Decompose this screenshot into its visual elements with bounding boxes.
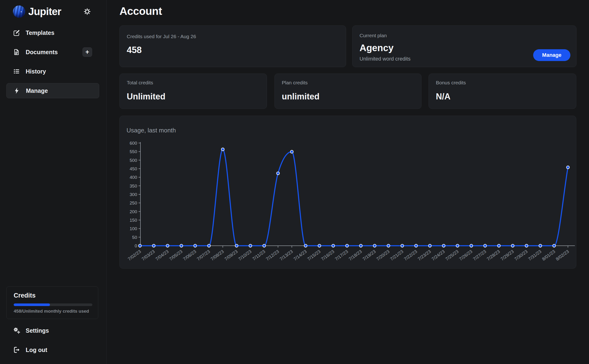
- edit-square-icon: [13, 29, 20, 36]
- sidebar-item-manage[interactable]: Manage: [6, 83, 99, 98]
- app-title: Jupiter: [28, 5, 61, 18]
- svg-text:50: 50: [132, 235, 137, 240]
- svg-text:7/26/23: 7/26/23: [458, 249, 473, 261]
- svg-text:7/17/23: 7/17/23: [334, 249, 349, 261]
- plan-credits-card: Plan credits unlimited: [274, 73, 421, 109]
- credits-widget: Credits 458/Unlimited monthly credits us…: [6, 286, 98, 319]
- logout-icon: [13, 346, 20, 354]
- svg-text:7/29/23: 7/29/23: [500, 249, 515, 261]
- svg-text:550: 550: [129, 149, 137, 154]
- svg-text:7/31/23: 7/31/23: [527, 249, 542, 261]
- svg-text:7/08/23: 7/08/23: [210, 249, 225, 261]
- credits-used-card: Credits used for Jul 26 - Aug 26 458: [119, 26, 346, 67]
- theme-toggle-button[interactable]: [83, 7, 91, 16]
- plan-name: Agency: [360, 43, 394, 53]
- svg-text:7/24/23: 7/24/23: [431, 249, 446, 261]
- svg-text:8/01/23: 8/01/23: [541, 249, 556, 261]
- svg-text:7/02/23: 7/02/23: [127, 249, 142, 261]
- svg-text:600: 600: [129, 141, 137, 146]
- logo-row: Jupiter: [0, 5, 106, 18]
- svg-text:7/04/23: 7/04/23: [155, 249, 170, 261]
- svg-text:7/18/23: 7/18/23: [348, 249, 363, 261]
- total-credits-label: Total credits: [127, 80, 153, 85]
- svg-text:7/25/23: 7/25/23: [445, 249, 460, 261]
- sidebar-item-documents[interactable]: Documents +: [6, 45, 99, 60]
- credits-usage-caption: 458/Unlimited monthly credits used: [14, 309, 91, 314]
- sidebar-item-label: Templates: [26, 29, 54, 36]
- plan-credits-value: unlimited: [282, 92, 319, 102]
- svg-text:7/03/23: 7/03/23: [141, 249, 156, 261]
- svg-text:7/20/23: 7/20/23: [375, 249, 391, 261]
- manage-plan-button[interactable]: Manage: [533, 49, 570, 61]
- svg-text:7/06/23: 7/06/23: [182, 249, 197, 261]
- credits-used-value: 458: [127, 45, 142, 55]
- svg-text:300: 300: [129, 192, 137, 197]
- total-credits-card: Total credits Unlimited: [119, 73, 267, 109]
- svg-text:500: 500: [129, 158, 137, 163]
- svg-text:400: 400: [129, 175, 137, 180]
- credits-widget-title: Credits: [14, 292, 91, 299]
- svg-text:450: 450: [129, 166, 137, 171]
- svg-text:7/12/23: 7/12/23: [265, 249, 280, 261]
- jupiter-planet-logo-icon: [13, 6, 25, 18]
- svg-text:7/22/23: 7/22/23: [403, 249, 418, 261]
- svg-text:7/13/23: 7/13/23: [279, 249, 294, 261]
- sidebar-item-history[interactable]: History: [6, 64, 99, 79]
- plan-credits-label: Plan credits: [282, 80, 308, 85]
- svg-text:7/14/23: 7/14/23: [293, 249, 308, 261]
- bonus-credits-value: N/A: [436, 92, 450, 102]
- svg-text:7/16/23: 7/16/23: [320, 249, 335, 261]
- svg-text:250: 250: [129, 201, 137, 205]
- svg-text:7/11/23: 7/11/23: [251, 249, 266, 261]
- bolt-icon: [13, 87, 20, 94]
- svg-text:150: 150: [129, 218, 137, 223]
- sidebar-item-templates[interactable]: Templates: [6, 25, 99, 40]
- svg-text:8/02/23: 8/02/23: [555, 249, 570, 261]
- svg-text:7/21/23: 7/21/23: [389, 249, 404, 261]
- plan-detail: Unlimited word credits: [360, 56, 410, 62]
- svg-text:7/09/23: 7/09/23: [224, 249, 239, 261]
- svg-text:100: 100: [129, 226, 137, 231]
- usage-line-chart: 0501001502002503003504004505005506007/02…: [120, 116, 576, 269]
- svg-text:200: 200: [129, 209, 137, 214]
- new-document-button[interactable]: +: [83, 47, 92, 57]
- bonus-credits-label: Bonus credits: [436, 80, 466, 85]
- current-plan-label: Current plan: [360, 33, 387, 39]
- svg-text:7/28/23: 7/28/23: [486, 249, 501, 261]
- list-icon: [13, 68, 20, 75]
- gears-icon: [13, 327, 20, 334]
- sidebar-item-label: Documents: [26, 49, 58, 56]
- svg-text:7/23/23: 7/23/23: [417, 249, 432, 261]
- sidebar-item-label: History: [26, 68, 46, 75]
- credits-used-label: Credits used for Jul 26 - Aug 26: [127, 34, 196, 39]
- credits-progress-bar: [14, 303, 92, 306]
- page-title: Account: [119, 5, 162, 17]
- sun-icon: [83, 8, 91, 16]
- current-plan-card: Current plan Agency Unlimited word credi…: [352, 26, 576, 67]
- svg-text:7/07/23: 7/07/23: [196, 249, 211, 261]
- svg-text:7/27/23: 7/27/23: [472, 249, 487, 261]
- svg-text:0: 0: [135, 243, 137, 248]
- main-content: Account Credits used for Jul 26 - Aug 26…: [106, 0, 589, 364]
- svg-text:350: 350: [129, 183, 137, 188]
- sidebar-item-label: Manage: [26, 87, 48, 94]
- sidebar-nav: Templates Documents +: [6, 25, 99, 103]
- usage-chart-card: Usage, last month 0501001502002503003504…: [119, 116, 576, 269]
- sidebar-item-label: Log out: [26, 347, 47, 353]
- credits-progress-fill: [14, 303, 50, 306]
- svg-text:7/05/23: 7/05/23: [168, 249, 183, 261]
- bonus-credits-card: Bonus credits N/A: [428, 73, 576, 109]
- sidebar-item-label: Settings: [26, 327, 49, 334]
- svg-text:7/10/23: 7/10/23: [238, 249, 252, 261]
- document-icon: [13, 49, 20, 56]
- sidebar-item-logout[interactable]: Log out: [6, 343, 99, 357]
- svg-text:7/30/23: 7/30/23: [514, 249, 529, 261]
- sidebar-item-settings[interactable]: Settings: [6, 323, 99, 338]
- total-credits-value: Unlimited: [127, 92, 165, 102]
- svg-text:7/15/23: 7/15/23: [306, 249, 322, 261]
- sidebar: Jupiter: [0, 0, 106, 364]
- svg-text:7/19/23: 7/19/23: [362, 249, 377, 261]
